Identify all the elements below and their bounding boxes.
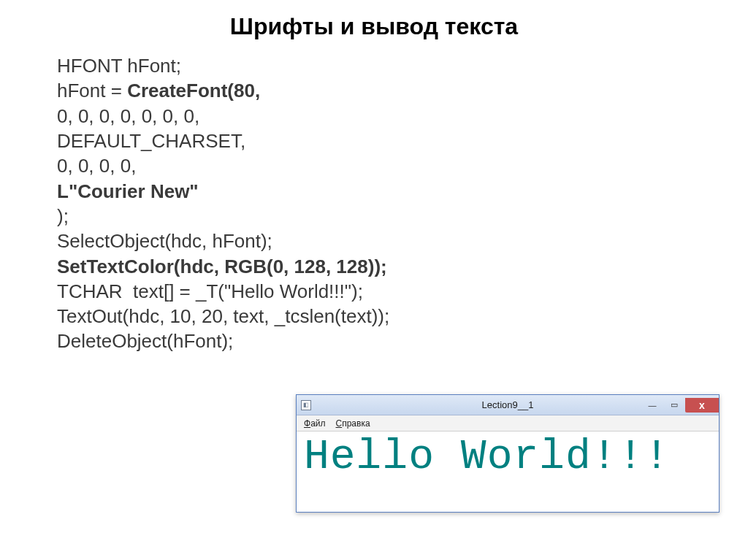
code-line: SetTextColor(hdc, RGB(0, 128, 128)); <box>57 254 748 279</box>
menubar: Файл Справка <box>297 415 719 431</box>
close-button[interactable]: x <box>685 398 719 413</box>
app-icon: ◧ <box>301 400 311 410</box>
code-line: TCHAR text[] = _T("Hello World!!!"); <box>57 279 748 304</box>
code-line: hFont = CreateFont(80, <box>57 78 748 103</box>
menu-item-file[interactable]: Файл <box>304 418 326 429</box>
code-line: DeleteObject(hFont); <box>57 329 748 353</box>
minimize-button[interactable]: — <box>641 398 663 413</box>
code-line: 0, 0, 0, 0, 0, 0, 0, <box>57 104 748 129</box>
maximize-button[interactable]: ▭ <box>663 398 685 413</box>
titlebar: ◧ Lection9__1 — ▭ x <box>297 395 719 415</box>
code-line: HFONT hFont; <box>57 53 748 78</box>
client-area: Hello World!!! <box>297 431 719 512</box>
code-line: SelectObject(hdc, hFont); <box>57 229 748 253</box>
code-listing: HFONT hFont; hFont = CreateFont(80, 0, 0… <box>0 53 748 354</box>
window-buttons: — ▭ x <box>641 398 719 413</box>
menu-item-help[interactable]: Справка <box>336 418 370 429</box>
code-line: 0, 0, 0, 0, <box>57 153 748 178</box>
example-window: ◧ Lection9__1 — ▭ x Файл Справка Hello W… <box>296 394 720 513</box>
hello-world-text: Hello World!!! <box>304 436 711 478</box>
code-line: DEFAULT_CHARSET, <box>57 129 748 153</box>
code-line: TextOut(hdc, 10, 20, text, _tcslen(text)… <box>57 304 748 329</box>
code-line: ); <box>57 204 748 229</box>
page-title: Шрифты и вывод текста <box>0 0 748 53</box>
code-line: L"Courier New" <box>57 179 748 204</box>
